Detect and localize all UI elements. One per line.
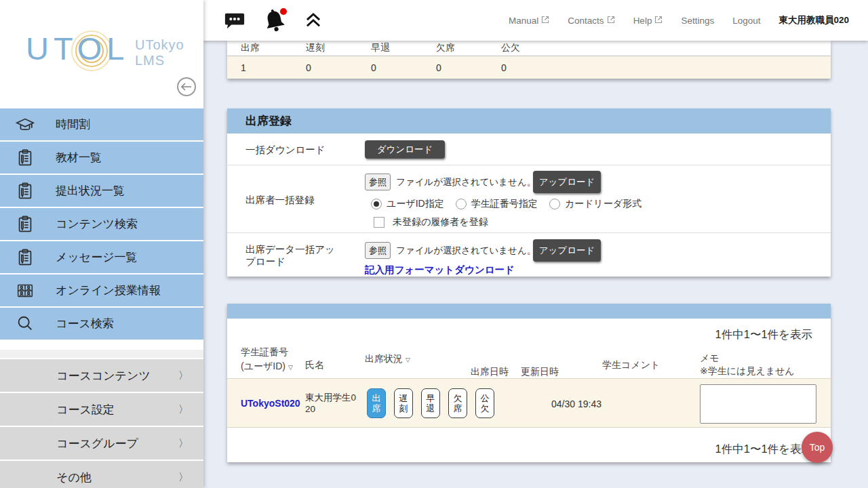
summary-value: 1: [227, 62, 292, 73]
status-button-excused[interactable]: 公欠: [475, 388, 494, 418]
sidebar-course-menu: コースコンテンツ 〉 コース設定 〉 コースグループ 〉 その他 〉: [0, 359, 203, 488]
column-header-status[interactable]: 出席状況 ▽: [365, 353, 410, 365]
summary-header: 公欠: [488, 42, 553, 54]
column-header-update-time: 更新日時: [521, 366, 559, 378]
help-link[interactable]: Help: [633, 16, 663, 26]
student-name: 東大用学生020: [305, 392, 361, 415]
search-icon: [15, 314, 35, 334]
sidebar-item-label: メッセージ一覧: [56, 249, 138, 265]
logo: UTOL UTokyo LMS: [0, 0, 203, 108]
logout-link[interactable]: Logout: [732, 16, 760, 26]
sidebar-item-course-contents[interactable]: コースコンテンツ 〉: [0, 359, 203, 392]
row-label: 一括ダウンロード: [227, 134, 365, 165]
radio-card-reader[interactable]: [549, 199, 560, 209]
summary-value: 0: [422, 62, 488, 73]
bulk-download-row: 一括ダウンロード ダウンロード: [227, 134, 831, 165]
sidebar-item-others[interactable]: その他 〉: [0, 461, 203, 488]
sidebar-item-content-search[interactable]: コンテンツ検索: [0, 208, 203, 240]
summary-value-row: 1 0 0 0 0: [227, 56, 831, 79]
chat-icon[interactable]: [224, 9, 245, 31]
column-header-name: 氏名: [305, 359, 324, 371]
sidebar-item-label: コンテンツ検索: [56, 216, 138, 232]
student-row: UTokyoSt020 東大用学生020 出席 遅刻 早退 欠席 公欠 04/3…: [227, 378, 831, 428]
sidebar-item-course-settings[interactable]: コース設定 〉: [0, 393, 203, 426]
status-button-early-leave[interactable]: 早退: [421, 388, 440, 418]
status-button-absent[interactable]: 欠席: [448, 388, 467, 418]
sidebar-item-label: 時間割: [56, 117, 90, 132]
sort-icon: ▽: [288, 364, 293, 371]
column-header-student-id[interactable]: 学生証番号 (ユーザID) ▽: [241, 345, 293, 375]
sidebar-gap: [0, 341, 203, 350]
people-grid-icon: [15, 281, 35, 301]
sidebar-item-label: コース検索: [56, 316, 114, 331]
download-button[interactable]: ダウンロード: [365, 140, 445, 159]
result-count: 1件中1〜1件を表示: [227, 319, 831, 342]
contacts-link[interactable]: Contacts: [568, 16, 614, 26]
bulk-register-row: 出席者一括登録 参照 ファイルが選択されていません。 アップロード ユーザID指…: [227, 165, 831, 233]
summary-value: 0: [357, 62, 422, 73]
logo-text: UTOL: [26, 30, 130, 67]
sidebar-item-online-class[interactable]: オンライン授業情報: [0, 274, 203, 306]
attendance-summary-table: 出席 遅刻 早退 欠席 公欠 1 0 0 0 0: [227, 41, 831, 79]
row-label: 出席データ一括アップロード: [227, 233, 365, 277]
summary-header: 遅刻: [292, 42, 357, 54]
attendance-register-section: 出席登録 一括ダウンロード ダウンロード 出席者一括登録 参照 ファイルが選択さ…: [227, 108, 831, 277]
topbar: Manual Contacts Help Settings Logout 東大用…: [203, 0, 868, 41]
sidebar-item-messages[interactable]: メッセージ一覧: [0, 241, 203, 273]
arrow-left-icon: [181, 83, 192, 91]
clipboard-icon: [15, 247, 35, 268]
sidebar-item-submissions[interactable]: 提出状況一覧: [0, 175, 203, 207]
radio-student-number[interactable]: [456, 199, 467, 209]
external-link-icon: [607, 16, 615, 24]
status-button-late[interactable]: 遅刻: [394, 388, 413, 418]
result-count-footer: 1件中1〜1件を表示: [227, 428, 831, 457]
sidebar-item-materials[interactable]: 教材一覧: [0, 142, 203, 174]
format-download-link[interactable]: 記入用フォーマットダウンロード: [365, 264, 515, 277]
chevron-right-icon: 〉: [178, 437, 189, 450]
sort-icon: ▽: [406, 357, 410, 363]
data-upload-row: 出席データ一括アップロード 参照 ファイルが選択されていません。 アップロード …: [227, 233, 831, 277]
manual-link[interactable]: Manual: [509, 16, 549, 26]
graduation-cap-icon: [15, 115, 35, 135]
main-content: 出席 遅刻 早退 欠席 公欠 1 0 0 0 0 出席登録 一括ダウンロード ダ…: [203, 41, 868, 488]
summary-header: 出席: [227, 42, 292, 54]
clipboard-icon: [15, 181, 35, 201]
summary-header: 欠席: [422, 42, 488, 54]
chevron-right-icon: 〉: [178, 403, 189, 416]
upload-button[interactable]: アップロード: [533, 171, 601, 193]
student-id-link[interactable]: UTokyoSt020: [241, 398, 300, 409]
external-link-icon: [654, 16, 663, 24]
sidebar-item-timetable[interactable]: 時間割: [0, 108, 203, 140]
notifications-bell-icon[interactable]: [262, 8, 288, 35]
status-button-present[interactable]: 出席: [367, 388, 386, 418]
row-label: 出席者一括登録: [227, 165, 365, 232]
upload-button[interactable]: アップロード: [533, 239, 601, 262]
settings-link[interactable]: Settings: [681, 16, 714, 26]
register-unregistered-checkbox[interactable]: [374, 217, 384, 228]
sidebar-menu: 時間割 教材一覧 提出状況一覧 コンテンツ検索: [0, 108, 203, 340]
table-header-bar: [227, 304, 831, 319]
scroll-top-button[interactable]: Top: [802, 432, 833, 463]
column-header-attend-time: 出席日時: [471, 366, 509, 378]
sidebar-item-label: 教材一覧: [56, 150, 102, 165]
notification-dot: [280, 8, 287, 15]
external-link-icon: [541, 16, 549, 24]
radio-user-id[interactable]: [371, 199, 382, 209]
section-title: 出席登録: [245, 113, 292, 129]
browse-button[interactable]: 参照: [365, 242, 391, 259]
summary-header-row: 出席 遅刻 早退 欠席 公欠: [227, 41, 831, 56]
sidebar-strip: [0, 350, 203, 358]
column-header-comment: 学生コメント: [602, 359, 660, 371]
sidebar-item-course-search[interactable]: コース検索: [0, 308, 203, 340]
memo-textarea[interactable]: [700, 384, 816, 424]
chevron-right-icon: 〉: [178, 471, 189, 484]
browse-button[interactable]: 参照: [365, 174, 391, 190]
summary-value: 0: [292, 62, 357, 73]
file-status-text: ファイルが選択されていません。: [396, 176, 536, 188]
collapse-up-icon[interactable]: [304, 9, 323, 32]
sidebar-item-course-group[interactable]: コースグループ 〉: [0, 427, 203, 460]
summary-header: 早退: [357, 42, 422, 54]
sidebar-item-label: オンライン授業情報: [56, 283, 161, 298]
sidebar-collapse-button[interactable]: [177, 77, 196, 96]
update-time-value: 04/30 19:43: [519, 399, 634, 409]
